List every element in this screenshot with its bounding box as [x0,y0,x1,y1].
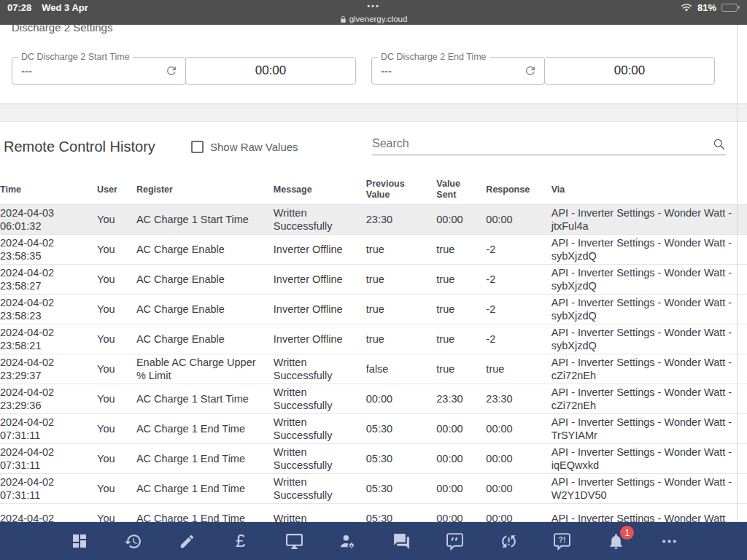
nav-notifications-icon[interactable]: 1 [605,531,626,551]
table-cell: You [97,384,136,414]
table-cell: 05:30 [366,414,437,444]
nav-help-feedback-icon[interactable]: ?! [552,531,573,551]
table-cell: AC Charge Enable [136,324,274,354]
table-cell: 2024-04-02 23:58:23 [0,295,97,324]
nav-dashboard-icon[interactable] [69,531,90,551]
table-cell: 05:30 [366,474,437,504]
table-cell: 23:30 [366,205,437,235]
refresh-icon[interactable] [165,64,178,77]
table-cell: true [366,324,437,354]
section-title: Remote Control History [4,138,191,155]
table-cell: true [436,354,486,384]
table-cell: 2024-04-02 23:29:36 [0,384,97,414]
table-cell: API - Inverter Settings - Wonder Watt - … [551,205,747,235]
nav-chat-icon[interactable] [391,531,411,551]
screen: 07:28 Wed 3 Apr ••• 81% [0,0,747,560]
show-raw-values-checkbox[interactable] [191,141,204,153]
table-cell: Written Successfully [274,414,366,444]
table-cell: 00:00 [436,205,486,235]
table-cell: Inverter Offline [274,324,366,354]
table-cell: 2024-04-02 07:31:11 [0,474,97,504]
column-header: Time [0,175,97,205]
table-cell: 00:00 [436,474,486,504]
nav-monitor-icon[interactable] [284,531,304,551]
table-cell: Written Successfully [274,474,366,504]
table-cell: AC Charge Enable [136,295,274,324]
nav-history-icon[interactable] [123,531,144,551]
search-icon[interactable] [712,137,726,151]
dc-discharge2-end-time-input[interactable]: 00:00 [544,57,715,85]
table-row: 2024-04-02 23:29:36YouAC Charge 1 Start … [0,384,747,414]
nav-currency-pound-icon[interactable]: £ [231,531,251,551]
dc-discharge2-start-select[interactable]: DC Discharge 2 Start Time --- [12,57,186,85]
notification-badge: 1 [620,526,634,540]
table-cell: 00:00 [486,474,551,504]
table-cell: 00:00 [366,384,437,414]
system-top-bars: 07:28 Wed 3 Apr ••• 81% [0,0,747,25]
multitask-dots[interactable]: ••• [0,1,747,10]
table-cell: -2 [486,265,551,295]
nav-sync-problem-icon[interactable] [498,531,519,551]
column-header: Message [274,175,366,205]
table-cell: -2 [486,235,551,265]
table-cell: API - Inverter Settings - Wonder Watt - … [551,384,747,414]
table-cell: Inverter Offline [274,265,366,295]
dc-discharge2-start-time-input[interactable]: 00:00 [185,57,356,85]
nav-edit-icon[interactable] [177,531,197,551]
table-cell: You [97,444,136,474]
table-row: 2024-04-03 06:01:32YouAC Charge 1 Start … [0,205,747,235]
column-header: User [97,175,136,205]
svg-text:?!: ?! [559,536,566,544]
table-cell: You [97,414,136,444]
table-row: 2024-04-02 07:31:11YouAC Charge 1 End Ti… [0,414,747,444]
table-row: 2024-04-02 23:58:27YouAC Charge EnableIn… [0,265,747,295]
table-cell: API - Inverter Settings - Wonder Watt - … [551,324,747,354]
table-cell: 05:30 [366,444,437,474]
table-cell: 23:30 [436,384,486,414]
table-cell: You [97,324,136,354]
column-header: Register [136,175,274,205]
table-cell: You [97,295,136,324]
table-cell: 23:30 [486,384,551,414]
dc-discharge2-end-select[interactable]: DC Discharge 2 End Time --- [371,57,545,85]
table-cell: 00:00 [486,444,551,474]
table-cell: true [366,235,437,265]
address-bar[interactable]: givenergy.cloud [0,15,747,25]
table-cell: 2024-04-02 07:31:11 [0,444,97,474]
field-label: DC Discharge 2 Start Time [18,52,133,62]
nav-testimonial-icon[interactable] [445,531,465,551]
history-card: Remote Control History Show Raw Values [0,122,747,533]
table-cell: 2024-04-02 07:31:11 [0,414,97,444]
table-row: 2024-04-02 07:31:11YouAC Charge 1 End Ti… [0,444,747,474]
table-row: 2024-04-02 07:31:11YouAC Charge 1 End Ti… [0,474,747,504]
table-row: 2024-04-02 23:58:21YouAC Charge EnableIn… [0,324,747,354]
table-cell: Written Successfully [274,354,366,384]
refresh-icon[interactable] [524,64,537,77]
table-cell: 2024-04-02 23:58:21 [0,324,97,354]
scrollbar[interactable] [737,25,738,522]
table-cell: AC Charge 1 Start Time [136,384,274,414]
table-cell: API - Inverter Settings - Wonder Watt - … [551,354,747,384]
column-header: Previous Value [366,175,437,205]
url-text[interactable]: givenergy.cloud [349,15,408,23]
bottom-nav-bar: £?!1 [0,522,747,560]
column-header: Response [486,175,551,205]
table-cell: API - Inverter Settings - Wonder Watt - … [551,414,747,444]
table-cell: API - Inverter Settings - Wonder Watt - … [551,295,747,324]
search-input[interactable] [372,137,726,150]
table-cell: -2 [486,295,551,324]
nav-account-settings-icon[interactable] [338,531,358,551]
table-cell: Inverter Offline [274,235,366,265]
field-label: DC Discharge 2 End Time [378,52,489,62]
table-cell: Inverter Offline [274,295,366,324]
show-raw-values-toggle[interactable]: Show Raw Values [191,141,372,155]
table-cell: You [97,235,136,265]
table-cell: AC Charge Enable [136,235,274,265]
nav-more-icon[interactable] [659,531,680,551]
table-cell: true [436,265,486,295]
field-value: --- [381,65,524,77]
table-row: 2024-04-02 23:29:37YouEnable AC Charge U… [0,354,747,384]
table-cell: 2024-04-02 23:58:27 [0,265,97,295]
table-cell: 00:00 [436,444,486,474]
history-table: TimeUserRegisterMessagePrevious ValueVal… [0,175,747,533]
